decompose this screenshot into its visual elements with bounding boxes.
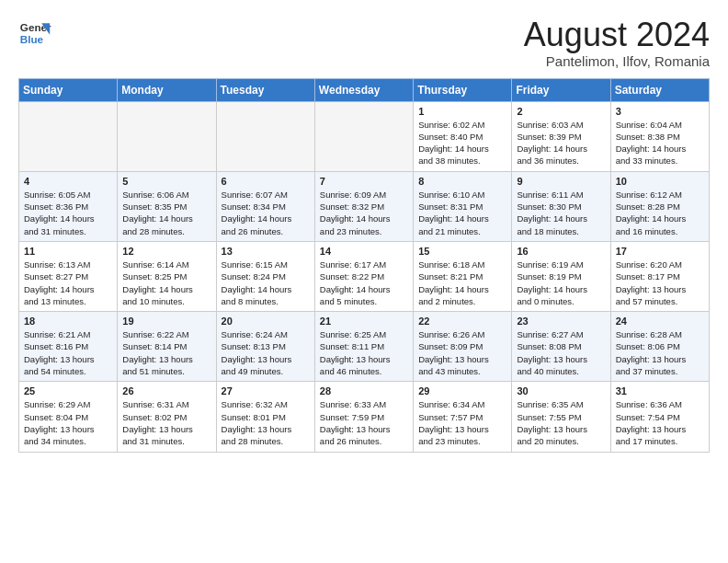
- cell-info: Sunrise: 6:03 AM Sunset: 8:39 PM Dayligh…: [517, 119, 605, 167]
- calendar-cell: 16Sunrise: 6:19 AM Sunset: 8:19 PM Dayli…: [512, 241, 610, 311]
- day-number: 8: [418, 176, 506, 187]
- cell-info: Sunrise: 6:05 AM Sunset: 8:36 PM Dayligh…: [24, 189, 112, 237]
- cell-info: Sunrise: 6:20 AM Sunset: 8:17 PM Dayligh…: [616, 259, 704, 307]
- day-number: 5: [122, 176, 210, 187]
- day-number: 2: [517, 106, 605, 117]
- calendar-cell: 25Sunrise: 6:29 AM Sunset: 8:04 PM Dayli…: [19, 382, 118, 452]
- cell-info: Sunrise: 6:32 AM Sunset: 8:01 PM Dayligh…: [222, 398, 310, 447]
- title-block: August 2024 Pantelimon, Ilfov, Romania: [524, 17, 710, 69]
- day-number: 3: [616, 106, 704, 117]
- day-number: 4: [24, 176, 112, 187]
- calendar-cell: [314, 101, 413, 171]
- day-number: 16: [517, 246, 605, 257]
- calendar-cell: 19Sunrise: 6:22 AM Sunset: 8:14 PM Dayli…: [118, 312, 216, 382]
- calendar-cell: 23Sunrise: 6:27 AM Sunset: 8:08 PM Dayli…: [512, 312, 610, 382]
- day-number: 31: [616, 385, 704, 396]
- cell-info: Sunrise: 6:04 AM Sunset: 8:38 PM Dayligh…: [616, 119, 704, 167]
- calendar-cell: 5Sunrise: 6:06 AM Sunset: 8:35 PM Daylig…: [118, 171, 216, 241]
- day-number: 11: [24, 246, 112, 257]
- cell-info: Sunrise: 6:07 AM Sunset: 8:34 PM Dayligh…: [222, 189, 310, 237]
- calendar-cell: 13Sunrise: 6:15 AM Sunset: 8:24 PM Dayli…: [216, 241, 314, 311]
- day-number: 6: [222, 176, 310, 187]
- week-row-5: 25Sunrise: 6:29 AM Sunset: 8:04 PM Dayli…: [19, 382, 710, 452]
- calendar-cell: 11Sunrise: 6:13 AM Sunset: 8:27 PM Dayli…: [19, 241, 118, 311]
- cell-info: Sunrise: 6:26 AM Sunset: 8:09 PM Dayligh…: [418, 328, 506, 377]
- weekday-header-monday: Monday: [118, 78, 216, 101]
- cell-info: Sunrise: 6:28 AM Sunset: 8:06 PM Dayligh…: [616, 328, 704, 377]
- cell-info: Sunrise: 6:19 AM Sunset: 8:19 PM Dayligh…: [517, 259, 605, 307]
- calendar-cell: 7Sunrise: 6:09 AM Sunset: 8:32 PM Daylig…: [314, 171, 413, 241]
- day-number: 21: [320, 316, 408, 327]
- calendar-cell: 15Sunrise: 6:18 AM Sunset: 8:21 PM Dayli…: [414, 241, 512, 311]
- cell-info: Sunrise: 6:36 AM Sunset: 7:54 PM Dayligh…: [616, 398, 704, 447]
- calendar-cell: 21Sunrise: 6:25 AM Sunset: 8:11 PM Dayli…: [314, 312, 413, 382]
- cell-info: Sunrise: 6:13 AM Sunset: 8:27 PM Dayligh…: [24, 259, 112, 307]
- cell-info: Sunrise: 6:33 AM Sunset: 7:59 PM Dayligh…: [320, 398, 408, 447]
- day-number: 13: [222, 246, 310, 257]
- calendar-cell: 6Sunrise: 6:07 AM Sunset: 8:34 PM Daylig…: [216, 171, 314, 241]
- day-number: 23: [517, 316, 605, 327]
- day-number: 15: [418, 246, 506, 257]
- cell-info: Sunrise: 6:12 AM Sunset: 8:28 PM Dayligh…: [616, 189, 704, 237]
- day-number: 29: [418, 385, 506, 396]
- week-row-1: 1Sunrise: 6:02 AM Sunset: 8:40 PM Daylig…: [19, 101, 710, 171]
- cell-info: Sunrise: 6:22 AM Sunset: 8:14 PM Dayligh…: [122, 328, 210, 377]
- week-row-3: 11Sunrise: 6:13 AM Sunset: 8:27 PM Dayli…: [19, 241, 710, 311]
- month-year: August 2024: [524, 17, 710, 53]
- calendar-cell: 12Sunrise: 6:14 AM Sunset: 8:25 PM Dayli…: [118, 241, 216, 311]
- calendar-cell: 30Sunrise: 6:35 AM Sunset: 7:55 PM Dayli…: [512, 382, 610, 452]
- calendar-cell: 27Sunrise: 6:32 AM Sunset: 8:01 PM Dayli…: [216, 382, 314, 452]
- week-row-2: 4Sunrise: 6:05 AM Sunset: 8:36 PM Daylig…: [19, 171, 710, 241]
- weekday-header-saturday: Saturday: [610, 78, 709, 101]
- day-number: 28: [320, 385, 408, 396]
- weekday-header-wednesday: Wednesday: [314, 78, 413, 101]
- calendar-cell: 22Sunrise: 6:26 AM Sunset: 8:09 PM Dayli…: [414, 312, 512, 382]
- calendar-cell: 4Sunrise: 6:05 AM Sunset: 8:36 PM Daylig…: [19, 171, 118, 241]
- day-number: 14: [320, 246, 408, 257]
- day-number: 19: [122, 316, 210, 327]
- calendar-cell: 20Sunrise: 6:24 AM Sunset: 8:13 PM Dayli…: [216, 312, 314, 382]
- weekday-header-thursday: Thursday: [414, 78, 512, 101]
- calendar-cell: 10Sunrise: 6:12 AM Sunset: 8:28 PM Dayli…: [610, 171, 709, 241]
- day-number: 1: [418, 106, 506, 117]
- calendar-cell: 24Sunrise: 6:28 AM Sunset: 8:06 PM Dayli…: [610, 312, 709, 382]
- logo-icon: General Blue: [18, 17, 51, 50]
- day-number: 7: [320, 176, 408, 187]
- calendar-cell: 1Sunrise: 6:02 AM Sunset: 8:40 PM Daylig…: [414, 101, 512, 171]
- calendar-cell: 31Sunrise: 6:36 AM Sunset: 7:54 PM Dayli…: [610, 382, 709, 452]
- day-number: 30: [517, 385, 605, 396]
- day-number: 22: [418, 316, 506, 327]
- weekday-header-sunday: Sunday: [19, 78, 118, 101]
- week-row-4: 18Sunrise: 6:21 AM Sunset: 8:16 PM Dayli…: [19, 312, 710, 382]
- cell-info: Sunrise: 6:10 AM Sunset: 8:31 PM Dayligh…: [418, 189, 506, 237]
- day-number: 17: [616, 246, 704, 257]
- calendar-cell: 26Sunrise: 6:31 AM Sunset: 8:02 PM Dayli…: [118, 382, 216, 452]
- cell-info: Sunrise: 6:29 AM Sunset: 8:04 PM Dayligh…: [24, 398, 112, 447]
- calendar-cell: 3Sunrise: 6:04 AM Sunset: 8:38 PM Daylig…: [610, 101, 709, 171]
- location: Pantelimon, Ilfov, Romania: [524, 53, 710, 69]
- weekday-header-row: SundayMondayTuesdayWednesdayThursdayFrid…: [19, 78, 710, 101]
- page: General Blue August 2024 Pantelimon, Ilf…: [0, 0, 728, 465]
- cell-info: Sunrise: 6:14 AM Sunset: 8:25 PM Dayligh…: [122, 259, 210, 307]
- day-number: 24: [616, 316, 704, 327]
- day-number: 12: [122, 246, 210, 257]
- calendar-cell: 9Sunrise: 6:11 AM Sunset: 8:30 PM Daylig…: [512, 171, 610, 241]
- calendar-cell: 2Sunrise: 6:03 AM Sunset: 8:39 PM Daylig…: [512, 101, 610, 171]
- day-number: 20: [222, 316, 310, 327]
- logo: General Blue: [18, 17, 51, 50]
- calendar-cell: 8Sunrise: 6:10 AM Sunset: 8:31 PM Daylig…: [414, 171, 512, 241]
- cell-info: Sunrise: 6:11 AM Sunset: 8:30 PM Dayligh…: [517, 189, 605, 237]
- day-number: 26: [122, 385, 210, 396]
- cell-info: Sunrise: 6:17 AM Sunset: 8:22 PM Dayligh…: [320, 259, 408, 307]
- cell-info: Sunrise: 6:21 AM Sunset: 8:16 PM Dayligh…: [24, 328, 112, 377]
- calendar-table: SundayMondayTuesdayWednesdayThursdayFrid…: [18, 78, 710, 453]
- svg-text:Blue: Blue: [20, 33, 44, 45]
- calendar-cell: [118, 101, 216, 171]
- calendar-cell: 14Sunrise: 6:17 AM Sunset: 8:22 PM Dayli…: [314, 241, 413, 311]
- cell-info: Sunrise: 6:27 AM Sunset: 8:08 PM Dayligh…: [517, 328, 605, 377]
- cell-info: Sunrise: 6:31 AM Sunset: 8:02 PM Dayligh…: [122, 398, 210, 447]
- calendar-cell: [19, 101, 118, 171]
- cell-info: Sunrise: 6:34 AM Sunset: 7:57 PM Dayligh…: [418, 398, 506, 447]
- cell-info: Sunrise: 6:25 AM Sunset: 8:11 PM Dayligh…: [320, 328, 408, 377]
- weekday-header-friday: Friday: [512, 78, 610, 101]
